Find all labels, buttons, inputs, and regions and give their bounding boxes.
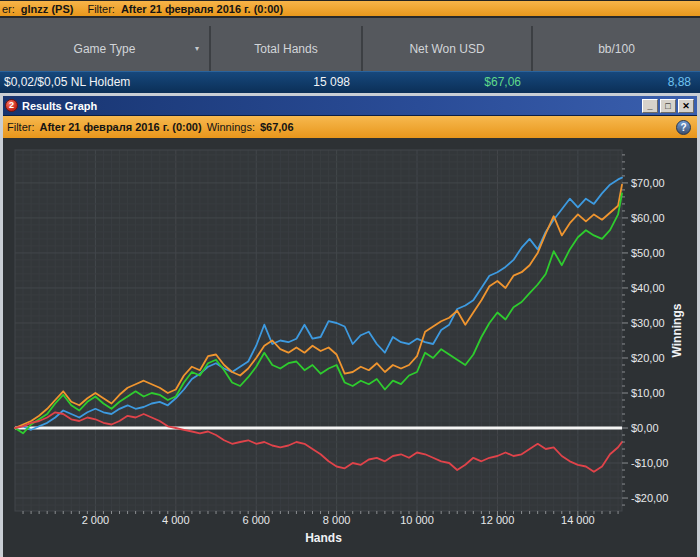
x-axis-label: Hands: [305, 531, 342, 545]
y-axis-label: Winnings: [670, 303, 684, 357]
cell-net-won: $67,06: [363, 75, 533, 89]
x-tick-label: 6 000: [242, 514, 270, 526]
column-header-game-type[interactable]: Game Type ▾: [0, 26, 211, 71]
filter-label: Filter:: [87, 3, 115, 15]
y-tick-label: $70,00: [631, 177, 665, 189]
y-tick-label: $30,00: [631, 317, 665, 329]
column-header-bb100[interactable]: bb/100: [533, 26, 700, 71]
winnings-value: $67,06: [260, 121, 294, 133]
stats-table-header-row: Game Type ▾ Total Hands Net Won USD bb/1…: [0, 26, 700, 71]
y-tick-label: $0,00: [631, 422, 659, 434]
results-graph-plot[interactable]: 2 0004 0006 0008 00010 00012 00014 000$7…: [3, 138, 697, 557]
cell-bb100: 8,88: [533, 75, 700, 89]
y-tick-label: $20,00: [631, 352, 665, 364]
report-filter-summary-bar: er: glnzz (PS) Filter: After 21 февраля …: [0, 0, 700, 18]
dropdown-arrow-icon[interactable]: ▾: [195, 44, 199, 53]
cell-total-hands: 15 098: [211, 75, 363, 89]
column-header-total-hands[interactable]: Total Hands: [211, 26, 363, 71]
x-tick-label: 12 000: [481, 514, 515, 526]
x-tick-label: 2 000: [82, 514, 110, 526]
window-controls: _ □ ✕: [642, 99, 695, 113]
y-tick-label: $40,00: [631, 282, 665, 294]
table-row[interactable]: $0,02/$0,05 NL Holdem 15 098 $67,06 8,88: [0, 71, 700, 93]
graph-filter-bar: Filter: After 21 февраля 2016 г. (0:00) …: [3, 115, 697, 138]
graph-filter-value: After 21 февраля 2016 г. (0:00): [40, 121, 202, 133]
graph-filter-label: Filter:: [7, 121, 35, 133]
x-tick-label: 14 000: [561, 514, 595, 526]
x-tick-label: 4 000: [162, 514, 190, 526]
hm2-reports-screen: er: glnzz (PS) Filter: After 21 февраля …: [0, 0, 700, 557]
player-label: er:: [2, 3, 15, 15]
help-button[interactable]: ?: [676, 120, 691, 135]
column-header-net-won[interactable]: Net Won USD: [363, 26, 533, 71]
y-tick-label: $50,00: [631, 247, 665, 259]
y-tick-label: $60,00: [631, 212, 665, 224]
cell-game-type: $0,02/$0,05 NL Holdem: [0, 75, 211, 89]
close-button[interactable]: ✕: [678, 99, 694, 113]
stats-table-header: Game Type ▾ Total Hands Net Won USD bb/1…: [0, 18, 700, 71]
window-title: Results Graph: [22, 100, 97, 112]
maximize-button[interactable]: □: [660, 99, 676, 113]
window-titlebar[interactable]: 2 Results Graph _ □ ✕: [3, 96, 697, 115]
results-graph-window: 2 Results Graph _ □ ✕ Filter: After 21 ф…: [0, 93, 700, 557]
y-tick-label: $10,00: [631, 387, 665, 399]
column-header-label: Game Type: [74, 42, 136, 56]
y-tick-label: -$20,00: [631, 492, 668, 504]
results-graph-chart[interactable]: 2 0004 0006 0008 00010 00012 00014 000$7…: [3, 138, 697, 557]
column-header-label: Total Hands: [254, 42, 317, 56]
y-tick-label: -$10,00: [631, 457, 668, 469]
x-tick-label: 8 000: [323, 514, 351, 526]
filter-value: After 21 февраля 2016 г. (0:00): [121, 3, 283, 15]
column-header-label: bb/100: [598, 42, 635, 56]
minimize-button[interactable]: _: [642, 99, 658, 113]
x-tick-label: 10 000: [400, 514, 434, 526]
hm2-app-icon: 2: [5, 99, 18, 112]
column-header-label: Net Won USD: [409, 42, 484, 56]
winnings-label: Winnings:: [207, 121, 255, 133]
player-name: glnzz (PS): [21, 3, 74, 15]
